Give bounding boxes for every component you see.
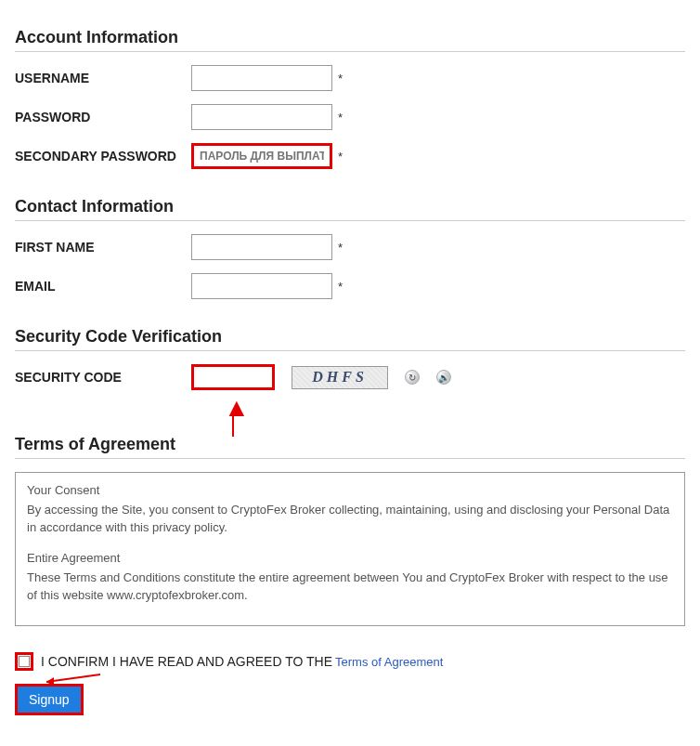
divider xyxy=(15,350,685,351)
password-label: PASSWORD xyxy=(15,110,191,124)
secondary-password-label: SECONDARY PASSWORD xyxy=(15,149,191,164)
secondary-password-row: SECONDARY PASSWORD * xyxy=(15,143,685,169)
security-code-input[interactable] xyxy=(191,364,275,390)
terms-p1: By accessing the Site, you consent to Cr… xyxy=(27,502,673,537)
confirm-row: I CONFIRM I HAVE READ AND AGREED TO THE … xyxy=(15,652,685,671)
required-asterisk: * xyxy=(338,241,343,255)
highlight-arrow-icon: ▲ xyxy=(224,398,242,418)
divider xyxy=(15,51,685,52)
required-asterisk: * xyxy=(338,150,343,164)
secondary-password-input[interactable] xyxy=(191,143,332,169)
account-info-title: Account Information xyxy=(15,28,685,47)
captcha-image: DHFS xyxy=(292,366,388,389)
security-code-row: SECURITY CODE DHFS ↻ 🔊 xyxy=(15,364,685,390)
security-code-label: SECURITY CODE xyxy=(15,370,191,385)
email-input[interactable] xyxy=(191,273,332,299)
email-label: EMAIL xyxy=(15,279,191,294)
checkbox-inner xyxy=(19,656,30,667)
terms-p2: These Terms and Conditions constitute th… xyxy=(27,569,673,605)
required-asterisk: * xyxy=(338,72,343,85)
username-input[interactable] xyxy=(191,65,332,91)
audio-captcha-icon[interactable]: 🔊 xyxy=(436,370,451,385)
required-asterisk: * xyxy=(338,280,343,294)
email-row: EMAIL * xyxy=(15,273,685,299)
password-input[interactable] xyxy=(191,104,332,130)
terms-link[interactable]: Terms of Agreement xyxy=(335,655,443,669)
terms-p2-title: Entire Agreement xyxy=(27,550,673,568)
terms-title: Terms of Agreement xyxy=(15,435,685,454)
terms-textarea[interactable]: Your Consent By accessing the Site, you … xyxy=(15,472,685,626)
first-name-row: FIRST NAME * xyxy=(15,234,685,260)
terms-p1-title: Your Consent xyxy=(27,482,673,500)
username-label: USERNAME xyxy=(15,71,191,85)
confirm-label: I CONFIRM I HAVE READ AND AGREED TO THE xyxy=(41,654,332,669)
username-row: USERNAME * xyxy=(15,65,685,91)
divider xyxy=(15,458,685,459)
first-name-input[interactable] xyxy=(191,234,332,260)
divider xyxy=(15,220,685,221)
required-asterisk: * xyxy=(338,111,343,124)
refresh-captcha-icon[interactable]: ↻ xyxy=(405,370,420,385)
highlight-arrow-icon xyxy=(45,673,110,693)
password-row: PASSWORD * xyxy=(15,104,685,130)
confirm-checkbox[interactable] xyxy=(15,652,33,671)
contact-info-title: Contact Information xyxy=(15,197,685,216)
security-code-title: Security Code Verification xyxy=(15,327,685,347)
first-name-label: FIRST NAME xyxy=(15,240,191,255)
captcha-row: DHFS ↻ 🔊 xyxy=(191,364,451,390)
